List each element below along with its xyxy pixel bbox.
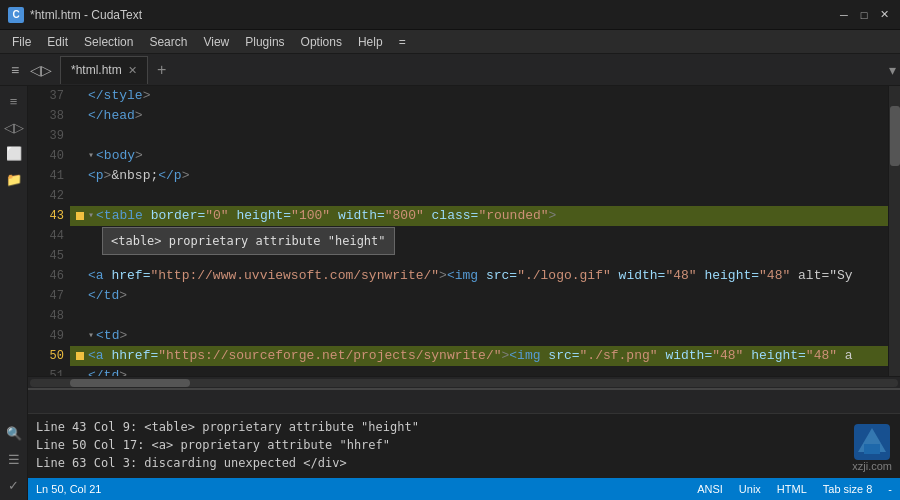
tab-close-button[interactable]: ✕ — [128, 64, 137, 77]
code-text: </head> — [88, 106, 143, 126]
status-tab-size: Tab size 8 — [823, 483, 873, 495]
menu-item-file[interactable]: File — [4, 33, 39, 51]
code-text: </style> — [88, 86, 150, 106]
fold-arrow[interactable]: ▾ — [88, 206, 94, 226]
menu-item-search[interactable]: Search — [141, 33, 195, 51]
status-encoding: ANSI — [697, 483, 723, 495]
line-number-41: 41 — [28, 166, 64, 186]
code-line-47: </td> — [70, 286, 888, 306]
code-text: <a hhref="https://sourceforge.net/projec… — [88, 346, 853, 366]
tab-title: *html.htm — [71, 63, 122, 77]
line-number-45: 45 — [28, 246, 64, 266]
tab-bar: ≡ ◁▷ *html.htm ✕ + ▾ — [0, 54, 900, 86]
menu-item-plugins[interactable]: Plugins — [237, 33, 292, 51]
sidebar: ≡ ◁▷ ⬜ 📁 🔍 ☰ ✓ — [0, 86, 28, 500]
status-bar: Ln 50, Col 21 ANSI Unix HTML Tab size 8 … — [28, 478, 900, 500]
code-text: <body> — [96, 146, 143, 166]
code-text: <p>&nbsp;</p> — [88, 166, 189, 186]
minimize-button[interactable]: ─ — [836, 7, 852, 23]
maximize-button[interactable]: □ — [856, 7, 872, 23]
line-number-49: 49 — [28, 326, 64, 346]
menu-item-edit[interactable]: Edit — [39, 33, 76, 51]
status-position: Ln 50, Col 21 — [36, 483, 101, 495]
line-number-50: 50 — [28, 346, 64, 366]
line-number-51: 51 — [28, 366, 64, 376]
window-title: *html.htm - CudaText — [30, 8, 836, 22]
v-scroll-thumb[interactable] — [890, 106, 900, 166]
line-number-38: 38 — [28, 106, 64, 126]
gutter-marker — [76, 352, 84, 360]
sidebar-icon-search[interactable]: 🔍 — [3, 422, 25, 444]
menu-item-selection[interactable]: Selection — [76, 33, 141, 51]
line-number-48: 48 — [28, 306, 64, 326]
code-text: <a href="http://www.uvviewsoft.com/synwr… — [88, 266, 853, 286]
issue-line: Line 63 Col 3: discarding unexpected </d… — [36, 454, 892, 472]
line-number-40: 40 — [28, 146, 64, 166]
code-text: <td> — [96, 326, 127, 346]
line-number-42: 42 — [28, 186, 64, 206]
code-line-41: <p>&nbsp;</p> — [70, 166, 888, 186]
issues-panel: Line 43 Col 9: <table> proprietary attri… — [28, 388, 900, 478]
main-area: ≡ ◁▷ ⬜ 📁 🔍 ☰ ✓ 3738394041424344454647484… — [0, 86, 900, 500]
code-line-42 — [70, 186, 888, 206]
horizontal-scrollbar[interactable] — [28, 376, 900, 388]
fold-arrow[interactable]: ▾ — [88, 146, 94, 166]
app-icon: C — [8, 7, 24, 23]
code-line-40: ▾<body> — [70, 146, 888, 166]
code-line-48 — [70, 306, 888, 326]
menu-item-help[interactable]: Help — [350, 33, 391, 51]
nav-arrows-icon[interactable]: ◁▷ — [30, 59, 52, 81]
title-bar: C *html.htm - CudaText ─ □ ✕ — [0, 0, 900, 30]
h-scroll-thumb[interactable] — [70, 379, 190, 387]
issues-header — [28, 390, 900, 414]
menu-item-view[interactable]: View — [195, 33, 237, 51]
code-area[interactable]: 3738394041424344454647484950515253 </sty… — [28, 86, 900, 376]
issue-line: Line 50 Col 17: <a> proprietary attribut… — [36, 436, 892, 454]
close-button[interactable]: ✕ — [876, 7, 892, 23]
line-number-44: 44 — [28, 226, 64, 246]
tab-left-icons: ≡ ◁▷ — [4, 59, 52, 81]
code-line-38: </head> — [70, 106, 888, 126]
code-text: <table border="0" height="100" width="80… — [96, 206, 556, 226]
code-text: </td> — [88, 286, 127, 306]
status-minus[interactable]: - — [888, 483, 892, 495]
sidebar-icon-list[interactable]: ☰ — [3, 448, 25, 470]
code-line-39 — [70, 126, 888, 146]
sidebar-icon-folder[interactable]: 📁 — [3, 168, 25, 190]
fold-arrow[interactable]: ▾ — [88, 326, 94, 346]
status-line-ending: Unix — [739, 483, 761, 495]
code-line-43: ▾ <table border="0" height="100" width="… — [70, 206, 888, 226]
new-tab-button[interactable]: + — [152, 60, 172, 80]
sidebar-icon-check[interactable]: ✓ — [3, 474, 25, 496]
menu-bar: FileEditSelectionSearchViewPluginsOption… — [0, 30, 900, 54]
vertical-scrollbar[interactable] — [888, 86, 900, 376]
sidebar-icon-nav[interactable]: ◁▷ — [3, 116, 25, 138]
code-line-50: <a hhref="https://sourceforge.net/projec… — [70, 346, 888, 366]
line-number-46: 46 — [28, 266, 64, 286]
code-line-37: </style> — [70, 86, 888, 106]
line-number-39: 39 — [28, 126, 64, 146]
line-number-43: 43 — [28, 206, 64, 226]
menu-item-options[interactable]: Options — [293, 33, 350, 51]
issues-content: Line 43 Col 9: <table> proprietary attri… — [28, 414, 900, 478]
code-content[interactable]: </style> </head>▾<body> <p>&nbsp;</p>▾ <… — [70, 86, 888, 376]
code-line-51: </td> — [70, 366, 888, 376]
editor: 3738394041424344454647484950515253 </sty… — [28, 86, 900, 500]
sidebar-toggle-icon[interactable]: ≡ — [4, 59, 26, 81]
v-scroll-track — [889, 86, 900, 376]
sidebar-icon-square[interactable]: ⬜ — [3, 142, 25, 164]
code-line-45 — [70, 246, 888, 266]
code-text: </td> — [88, 366, 127, 376]
window-controls: ─ □ ✕ — [836, 7, 892, 23]
gutter-marker — [76, 212, 84, 220]
menu-item-=[interactable]: = — [391, 33, 414, 51]
code-line-46: <a href="http://www.uvviewsoft.com/synwr… — [70, 266, 888, 286]
html-tab[interactable]: *html.htm ✕ — [60, 56, 148, 84]
code-line-44 — [70, 226, 888, 246]
line-numbers: 3738394041424344454647484950515253 — [28, 86, 70, 376]
tab-dropdown-button[interactable]: ▾ — [889, 62, 896, 78]
line-number-47: 47 — [28, 286, 64, 306]
code-line-49: ▾ <td> — [70, 326, 888, 346]
sidebar-icon-menu[interactable]: ≡ — [3, 90, 25, 112]
h-scroll-track — [30, 379, 898, 387]
